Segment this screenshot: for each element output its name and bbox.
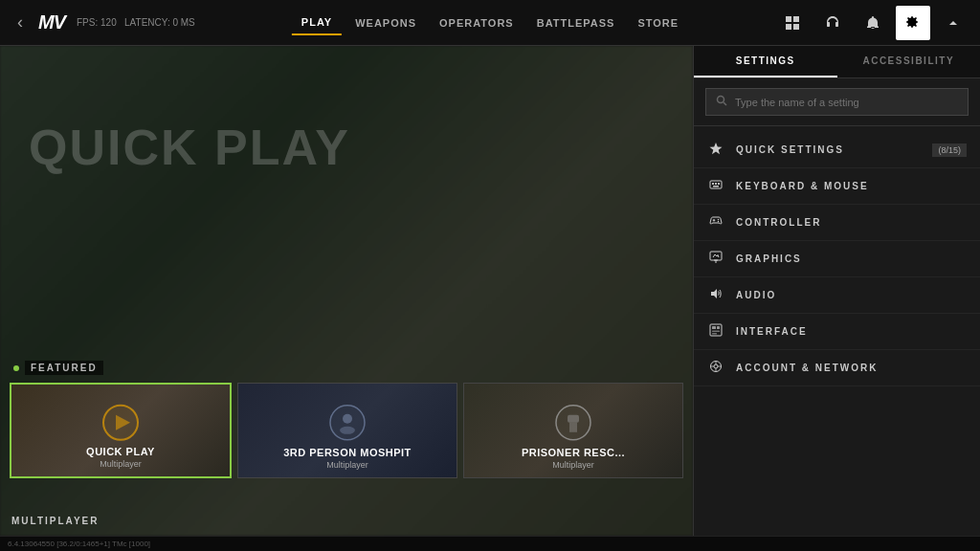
svg-point-12 xyxy=(718,97,724,103)
fps-value: 120 xyxy=(100,17,117,28)
featured-section: FEATURED QUICK PLAY Multiplayer xyxy=(0,361,693,478)
nav-tab-weapons[interactable]: WEAPONS xyxy=(345,11,426,34)
headset-icon-button[interactable] xyxy=(815,6,850,40)
chevron-up-icon-button[interactable] xyxy=(936,6,970,40)
card-title-1: QUICK PLAY xyxy=(11,446,230,457)
back-button[interactable]: ‹ xyxy=(10,9,31,36)
nav-tabs: PLAY WEAPONS OPERATORS BATTLEPASS STORE xyxy=(292,11,688,35)
setting-item-keyboard-mouse[interactable]: KEYBOARD & MOUSE xyxy=(694,168,980,205)
svg-rect-19 xyxy=(713,186,719,187)
fps-info: FPS: 120 LATENCY: 0 MS xyxy=(77,17,195,28)
svg-rect-0 xyxy=(786,16,791,22)
card-content-1: QUICK PLAY Multiplayer xyxy=(11,446,230,469)
graphics-icon xyxy=(707,251,724,267)
nav-tab-battlepass[interactable]: BATTLEPASS xyxy=(527,11,625,34)
settings-panel: SETTINGS ACCESSIBILITY QUICK SETTINGS (8… xyxy=(693,46,980,536)
nav-tab-operators[interactable]: OPERATORS xyxy=(430,11,523,34)
game-area: QUICK PLAY FEATURED QUICK xyxy=(0,46,693,536)
settings-list: QUICK SETTINGS (8/15) KEYBOARD & MOUSE C… xyxy=(694,126,980,536)
svg-line-13 xyxy=(724,102,726,105)
game-card-quick-play[interactable]: QUICK PLAY Multiplayer xyxy=(10,383,232,478)
card-title-2: 3RD PERSON MOSHPIT xyxy=(238,447,457,458)
settings-tabs: SETTINGS ACCESSIBILITY xyxy=(694,46,980,78)
latency-label: LATENCY: xyxy=(124,17,170,28)
nav-tab-play[interactable]: PLAY xyxy=(292,11,342,35)
status-text: 6.4.13064550 [36.2/0:1465+1] TMc [1000] xyxy=(8,540,150,548)
quick-settings-label: QUICK SETTINGS xyxy=(736,144,844,155)
game-card-prisoner[interactable]: PRISONER RESC... Multiplayer xyxy=(463,383,683,478)
setting-item-audio[interactable]: AUDIO xyxy=(694,277,980,314)
card-icon-3 xyxy=(554,404,592,449)
svg-rect-17 xyxy=(715,183,717,185)
svg-rect-16 xyxy=(712,183,714,185)
card-icon-1 xyxy=(101,404,140,449)
search-icon xyxy=(716,95,727,109)
svg-rect-2 xyxy=(786,24,791,30)
setting-item-graphics[interactable]: GRAPHICS xyxy=(694,241,980,277)
graphics-label: GRAPHICS xyxy=(736,253,802,264)
setting-item-account-network[interactable]: ACCOUNT & NETWORK xyxy=(694,350,980,386)
game-cards: QUICK PLAY Multiplayer xyxy=(10,383,683,478)
audio-label: AUDIO xyxy=(736,290,776,300)
svg-rect-1 xyxy=(793,16,799,22)
top-bar-right xyxy=(775,6,970,40)
controller-icon xyxy=(707,214,724,231)
controller-label: CONTROLLER xyxy=(736,217,821,228)
card-subtitle-2: Multiplayer xyxy=(238,460,457,470)
svg-rect-11 xyxy=(569,423,577,432)
status-bar: 6.4.13064550 [36.2/0:1465+1] TMc [1000] xyxy=(0,536,980,551)
svg-rect-29 xyxy=(717,326,720,329)
grid-icon-button[interactable] xyxy=(775,6,810,40)
card-subtitle-3: Multiplayer xyxy=(464,460,682,470)
card-icon-2 xyxy=(328,404,367,449)
interface-label: INTERFACE xyxy=(736,326,808,337)
card-content-2: 3RD PERSON MOSHPIT Multiplayer xyxy=(238,447,457,470)
keyboard-icon xyxy=(707,178,724,194)
svg-point-8 xyxy=(340,427,355,434)
settings-icon-button[interactable] xyxy=(896,6,930,40)
svg-rect-28 xyxy=(712,326,716,329)
svg-point-23 xyxy=(718,221,720,223)
keyboard-mouse-label: KEYBOARD & MOUSE xyxy=(736,181,869,191)
featured-dot xyxy=(13,365,19,371)
game-logo: MV xyxy=(38,11,65,33)
setting-item-controller[interactable]: CONTROLLER xyxy=(694,205,980,241)
setting-item-quick-settings[interactable]: QUICK SETTINGS (8/15) xyxy=(694,132,980,168)
svg-marker-14 xyxy=(710,143,723,154)
game-card-moshpit[interactable]: 3RD PERSON MOSHPIT Multiplayer xyxy=(237,383,457,478)
svg-rect-18 xyxy=(718,183,720,185)
svg-rect-3 xyxy=(793,24,799,30)
top-bar: ‹ MV FPS: 120 LATENCY: 0 MS PLAY WEAPONS… xyxy=(0,0,980,46)
svg-rect-10 xyxy=(568,415,579,423)
quick-settings-badge: (8/15) xyxy=(932,143,967,157)
main-content: QUICK PLAY FEATURED QUICK xyxy=(0,46,980,536)
svg-point-22 xyxy=(718,219,720,221)
featured-label-row: FEATURED xyxy=(10,361,683,375)
multiplayer-label: MULTIPLAYER xyxy=(11,516,99,526)
card-subtitle-1: Multiplayer xyxy=(11,459,230,469)
interface-icon xyxy=(707,323,724,340)
bell-icon-button[interactable] xyxy=(856,6,890,40)
svg-point-33 xyxy=(714,364,718,368)
svg-point-7 xyxy=(343,414,352,424)
nav-tab-store[interactable]: STORE xyxy=(628,11,688,34)
svg-rect-31 xyxy=(712,333,717,335)
quick-play-title: QUICK PLAY xyxy=(29,122,350,172)
featured-text: FEATURED xyxy=(25,361,103,375)
card-content-3: PRISONER RESC... Multiplayer xyxy=(464,447,682,470)
latency-value: 0 MS xyxy=(172,17,194,28)
account-network-icon xyxy=(707,360,724,376)
account-network-label: ACCOUNT & NETWORK xyxy=(736,363,878,373)
card-title-3: PRISONER RESC... xyxy=(464,447,682,458)
tab-settings[interactable]: SETTINGS xyxy=(694,46,837,77)
settings-search xyxy=(694,78,980,126)
svg-rect-30 xyxy=(712,331,720,333)
audio-icon xyxy=(707,287,724,303)
search-input-wrap[interactable] xyxy=(705,88,969,116)
fps-label: FPS: xyxy=(77,17,98,28)
star-icon xyxy=(707,142,724,158)
search-input[interactable] xyxy=(735,97,958,108)
tab-accessibility[interactable]: ACCESSIBILITY xyxy=(837,46,981,77)
setting-item-interface[interactable]: INTERFACE xyxy=(694,314,980,350)
